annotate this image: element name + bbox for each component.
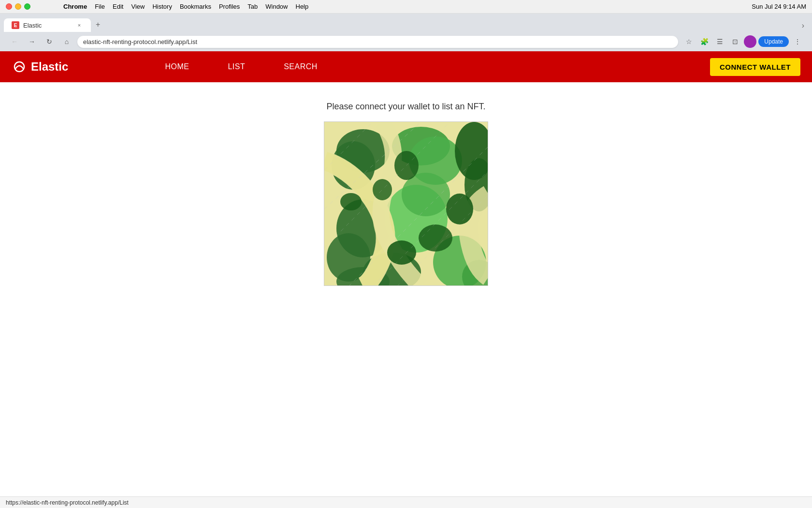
browser-actions: ☆ 🧩 ☰ ⊡ Update ⋮ [682,35,804,48]
mac-menu-history[interactable]: History [152,3,172,10]
maximize-window-button[interactable] [24,3,30,10]
split-tab-button[interactable]: ⊡ [728,35,742,48]
mac-menu-bar: Chrome File Edit View History Bookmarks … [63,3,308,10]
url-input[interactable] [77,36,678,48]
tab-bar: E Elastic × + › [4,17,808,32]
system-time: Sun Jul 24 9:14 AM [752,3,806,10]
new-tab-button[interactable]: + [92,17,104,32]
tab-scroll-right-icon[interactable]: › [798,19,808,32]
svg-point-16 [387,240,416,265]
status-url: https://elastic-nft-renting-protocol.net… [6,499,129,506]
mac-menu-view[interactable]: View [131,3,145,10]
tab-favicon: E [12,21,19,29]
svg-point-20 [373,179,392,200]
profile-avatar[interactable] [744,35,756,48]
main-content: Please connect your wallet to list an NF… [0,82,812,286]
extensions-button[interactable]: 🧩 [697,35,711,48]
nav-link-list[interactable]: LIST [228,62,245,71]
mac-menu-profiles[interactable]: Profiles [219,3,240,10]
bookmark-button[interactable]: ☆ [682,35,696,48]
nav-link-home[interactable]: HOME [165,62,189,71]
app-logo[interactable]: Elastic [12,59,68,75]
mac-menu-help[interactable]: Help [296,3,309,10]
nav-link-search[interactable]: SEARCH [284,62,318,71]
traffic-lights [6,3,30,10]
mac-menu-edit[interactable]: Edit [113,3,123,10]
mac-os-bar: Chrome File Edit View History Bookmarks … [0,0,812,14]
status-bar: https://elastic-nft-renting-protocol.net… [0,496,812,508]
browser-chrome: E Elastic × + › ← → ↻ ⌂ ☆ 🧩 ☰ ⊡ Update ⋮ [0,14,812,51]
logo-text: Elastic [31,60,68,74]
svg-point-21 [340,193,362,210]
nav-links: HOME LIST SEARCH [165,62,317,71]
update-button[interactable]: Update [758,36,789,47]
reload-button[interactable]: ↻ [43,35,56,48]
mac-menu-file[interactable]: File [95,3,105,10]
back-button[interactable]: ← [8,35,21,48]
mac-menu-bookmarks[interactable]: Bookmarks [180,3,211,10]
svg-point-0 [14,62,24,72]
logo-icon [12,59,27,75]
connect-wallet-button[interactable]: CONNECT WALLET [710,58,800,76]
nft-svg [324,122,488,286]
close-window-button[interactable] [6,3,12,10]
tab-title: Elastic [23,22,72,29]
home-button[interactable]: ⌂ [60,35,73,48]
mac-menu-chrome[interactable]: Chrome [63,3,87,10]
more-options-button[interactable]: ⋮ [791,35,804,48]
tab-search-button[interactable]: ☰ [713,35,726,48]
address-bar: ← → ↻ ⌂ ☆ 🧩 ☰ ⊡ Update ⋮ [4,32,808,51]
tab-close-button[interactable]: × [75,21,83,29]
connect-wallet-message: Please connect your wallet to list an NF… [326,102,485,112]
browser-tab-elastic[interactable]: E Elastic × [4,18,91,32]
mac-menu-tab[interactable]: Tab [247,3,258,10]
mac-menu-window[interactable]: Window [265,3,288,10]
minimize-window-button[interactable] [15,3,21,10]
app-navbar: Elastic HOME LIST SEARCH CONNECT WALLET [0,51,812,82]
nft-image [324,121,488,286]
forward-button[interactable]: → [25,35,39,48]
